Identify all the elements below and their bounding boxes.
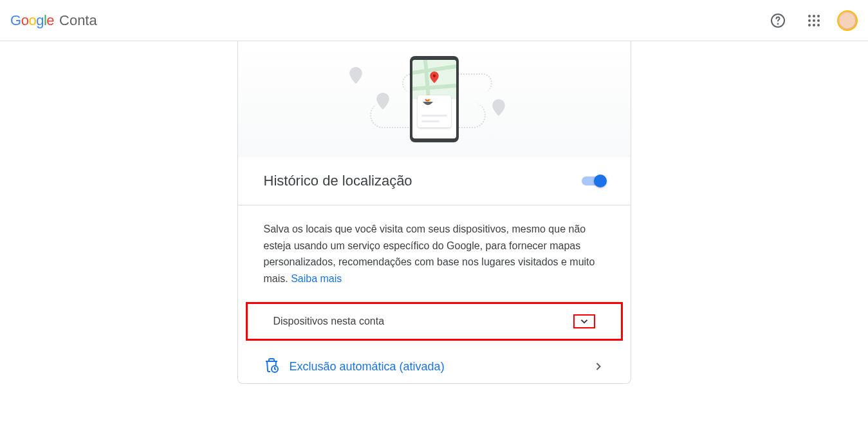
svg-point-2 [432,75,436,78]
main: Histórico de localização Salva os locais… [0,41,868,384]
devices-on-account-row[interactable]: Dispositivos nesta conta [246,302,623,341]
avatar-face [840,13,855,28]
help-button[interactable] [765,8,791,33]
auto-delete-row[interactable]: Exclusão automática (ativada) [238,346,631,383]
header-actions [765,8,858,33]
chevron-right-icon [592,360,605,373]
account-label: Conta [59,12,97,29]
avatar[interactable] [837,10,858,31]
google-logo: Google [10,12,54,29]
location-history-section: Histórico de localização [238,157,631,205]
map-pin-icon [349,67,362,84]
chevron-down-icon [578,316,590,327]
map-pin-icon [492,99,505,116]
header: Google Conta [0,0,868,41]
apps-button[interactable] [801,8,827,33]
svg-point-1 [778,23,779,24]
map-pin-icon [376,93,389,109]
devices-title: Dispositivos nesta conta [273,316,385,327]
help-icon [770,13,786,28]
toggle-knob [594,175,607,187]
expand-highlight [573,314,595,328]
header-brand[interactable]: Google Conta [10,12,97,29]
hero-illustration [238,41,631,157]
settings-card: Histórico de localização Salva os locais… [237,41,631,384]
location-history-toggle[interactable] [582,176,605,185]
description-text: Salva os locais que você visita com seus… [238,205,631,299]
apps-icon [808,15,820,26]
auto-delete-icon [264,357,279,375]
location-pin-icon [430,71,439,86]
phone-illustration [410,56,459,142]
learn-more-link[interactable]: Saiba mais [291,273,342,284]
location-history-title: Histórico de localização [264,173,412,189]
auto-delete-label: Exclusão automática (ativada) [290,360,445,374]
